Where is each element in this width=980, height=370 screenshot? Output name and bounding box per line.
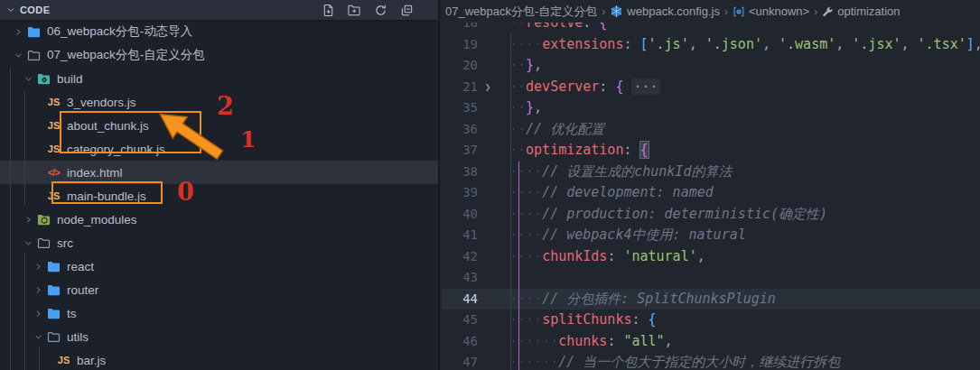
gutter: 45: [442, 310, 509, 331]
twisty-chevron-icon[interactable]: [21, 236, 35, 250]
tree-item-category_chunk.js[interactable]: JScategory_chunk.js: [0, 137, 438, 161]
twisty-chevron-icon[interactable]: [31, 306, 45, 320]
breadcrumb-item[interactable]: 07_webpack分包-自定义分包: [445, 4, 597, 20]
breadcrumb-label: optimization: [837, 5, 900, 18]
breadcrumb-separator: ›: [602, 5, 605, 18]
gutter: 47: [442, 352, 509, 370]
gutter: 38: [442, 162, 509, 183]
explorer-pane-header[interactable]: CODE: [0, 0, 438, 20]
code-line-46[interactable]: 46······chunks: "all",: [442, 331, 980, 353]
tree-item-label: ts: [67, 307, 77, 320]
code-text: ··},: [509, 55, 980, 77]
js-icon: JS: [45, 142, 62, 156]
code-text: ····// webpack4中使用: natural: [509, 225, 980, 246]
code-line-35[interactable]: 35··},: [442, 97, 980, 119]
code-line-36[interactable]: 36··// 优化配置: [442, 119, 980, 141]
code-line-47[interactable]: 47······// 当一个包大于指定的大小时，继续进行拆包: [442, 352, 980, 370]
code-text: ····// 分包插件: SplitChunksPlugin: [509, 289, 980, 310]
tree-item-label: router: [67, 283, 98, 297]
twisty-chevron-icon[interactable]: [21, 71, 35, 86]
line-number: 45: [442, 310, 478, 331]
tree-item-react[interactable]: react: [0, 254, 438, 278]
twisty-chevron-icon[interactable]: [11, 48, 25, 62]
tree-item-06_webpack_-_[interactable]: 06_webpack分包-动态导入: [0, 20, 438, 43]
active-indent-guide: [518, 162, 519, 370]
breadcrumb-item[interactable]: webpack.config.js: [610, 5, 720, 18]
twisty-chevron-icon[interactable]: [31, 259, 45, 273]
line-number: 37: [442, 140, 478, 162]
code-line-44[interactable]: 44····// 分包插件: SplitChunksPlugin: [442, 289, 980, 310]
fold-chevron-icon[interactable]: ❯: [478, 77, 498, 98]
code-text: ····// 设置生成的chunkId的算法: [509, 162, 980, 183]
gutter: 46: [442, 331, 509, 353]
tree-item-label: 06_webpack分包-动态导入: [47, 23, 192, 40]
folder-open-icon: [25, 48, 42, 62]
tree-item-about_chunk.js[interactable]: JSabout_chunk.js: [0, 114, 438, 137]
line-number: 39: [442, 182, 478, 204]
refresh-icon[interactable]: [370, 3, 390, 18]
code-line-21[interactable]: 21❯··devServer: { ···: [442, 77, 980, 98]
tree-item-label: 07_webpack分包-自定义分包: [47, 47, 205, 63]
code-area[interactable]: 18··resolve: {19····extensions: ['.js', …: [442, 23, 980, 370]
code-text: ····chunkIds: 'natural',: [509, 246, 980, 268]
code-line-45[interactable]: 45····splitChunks: {: [442, 310, 980, 331]
tree-indent-guide: [10, 68, 11, 370]
tree-item-3_vendors.js[interactable]: JS3_vendors.js: [0, 90, 438, 114]
module-icon: [733, 5, 745, 18]
code-text: ····// production: deterministic(确定性): [509, 204, 980, 226]
tree-indent-guide: [24, 91, 25, 206]
twisty-chevron-icon[interactable]: [31, 282, 45, 297]
tree-item-label: bar.js: [77, 354, 106, 367]
code-line-40[interactable]: 40····// production: deterministic(确定性): [442, 204, 980, 226]
code-text: ··},: [509, 97, 980, 119]
chevron-down-icon[interactable]: [5, 4, 17, 16]
tree-item-main-bundle.js[interactable]: JSmain-bundle.js: [0, 184, 438, 208]
breadcrumb-label: webpack.config.js: [627, 5, 720, 18]
code-text: ······chunks: "all",: [509, 331, 980, 353]
tree-item-build[interactable]: build: [0, 67, 438, 90]
new-folder-icon[interactable]: [344, 3, 364, 18]
code-line-41[interactable]: 41····// webpack4中使用: natural: [442, 225, 980, 246]
tree-item-label: index.html: [67, 166, 123, 180]
code-line-37[interactable]: 37··optimization: {: [442, 140, 980, 162]
code-line-38[interactable]: 38····// 设置生成的chunkId的算法: [442, 162, 980, 183]
folder-open-icon: [35, 236, 52, 250]
breadcrumb-label: <unknown>: [749, 5, 809, 18]
line-number: 40: [442, 204, 478, 226]
code-line-18[interactable]: 18··resolve: {: [442, 23, 980, 34]
gutter: 44: [442, 289, 509, 310]
tree-item-index.html[interactable]: </>index.html: [0, 161, 438, 184]
line-number: 38: [442, 162, 478, 183]
tree-item-label: node_modules: [57, 213, 137, 227]
twisty-chevron-icon[interactable]: [31, 329, 45, 344]
code-line-39[interactable]: 39····// development: named: [442, 182, 980, 204]
folder-blue-icon: [25, 24, 42, 39]
twisty-chevron-icon[interactable]: [21, 212, 35, 227]
code-line-19[interactable]: 19····extensions: ['.js', '.json', '.was…: [442, 34, 980, 56]
tree-item-ts[interactable]: ts: [0, 301, 438, 325]
code-line-20[interactable]: 20··},: [442, 55, 980, 77]
tree-item-label: 3_vendors.js: [67, 96, 136, 109]
breadcrumb: 07_webpack分包-自定义分包›webpack.config.js›<un…: [442, 0, 980, 23]
collapse-all-icon[interactable]: [397, 3, 416, 18]
tree-item-utils[interactable]: utils: [0, 325, 438, 348]
html-icon: </>: [45, 165, 62, 180]
gutter: 35: [442, 97, 509, 119]
tree-item-node_modules[interactable]: node_modules: [0, 208, 438, 231]
code-line-43[interactable]: 43: [442, 267, 980, 289]
tree-item-src[interactable]: src: [0, 231, 438, 254]
breadcrumb-item[interactable]: optimization: [822, 5, 900, 18]
line-number: 35: [442, 97, 478, 119]
tree-item-label: utils: [67, 330, 89, 344]
explorer-section-title: CODE: [20, 5, 50, 15]
js-icon: JS: [55, 353, 72, 367]
tree-item-07_webpack_-_[interactable]: 07_webpack分包-自定义分包: [0, 43, 438, 67]
line-number: 47: [442, 352, 478, 370]
tree-item-bar.js[interactable]: JSbar.js: [0, 348, 438, 370]
code-line-42[interactable]: 42····chunkIds: 'natural',: [442, 246, 980, 268]
new-file-icon[interactable]: [318, 3, 338, 18]
tree-item-router[interactable]: router: [0, 278, 438, 301]
line-number: 42: [442, 246, 478, 268]
twisty-chevron-icon[interactable]: [11, 24, 25, 39]
breadcrumb-item[interactable]: <unknown>: [733, 5, 809, 18]
